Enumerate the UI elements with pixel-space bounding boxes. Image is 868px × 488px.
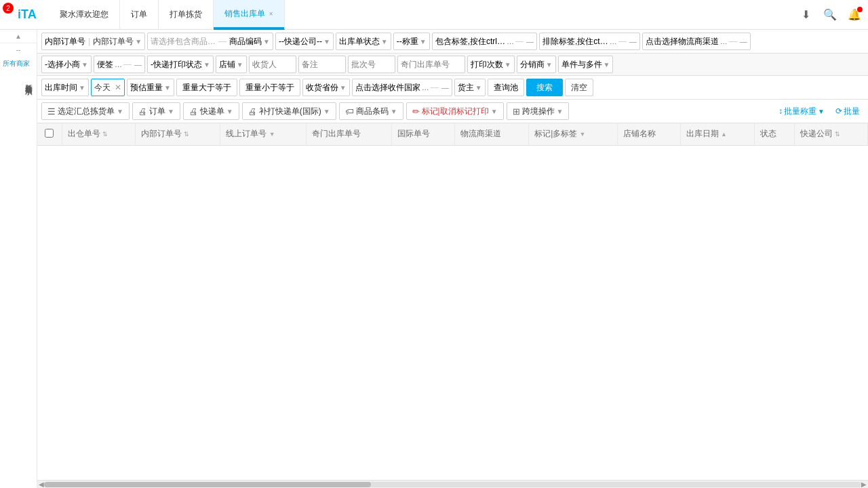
filter-logistics-close-icon[interactable]: — [740, 37, 747, 45]
print-express-icon: 🖨 [189, 106, 198, 117]
print-express-btn[interactable]: 🖨 快递单 ▼ [183, 102, 239, 120]
product-barcode-btn[interactable]: 🏷 商品条码 ▼ [339, 102, 403, 120]
filter-label[interactable]: 便签 … — — [94, 56, 145, 73]
mark-print-btn[interactable]: ✏ 标记|取消标记打印 ▼ [406, 102, 504, 120]
scrollbar-track[interactable] [44, 482, 861, 487]
shop-select-arrow-icon: ▼ [81, 61, 88, 68]
sidebar-dots[interactable]: -- [0, 43, 37, 56]
filter-print-count[interactable]: 打印次数 ▼ [467, 56, 515, 73]
filter-product-code[interactable]: 请选择包含商品… — 商品编码 ▼ [147, 33, 273, 50]
receiver-input[interactable] [252, 60, 293, 69]
sidebar-collapse-btn[interactable]: ▲ [0, 30, 37, 43]
sort-outbound-no-icon[interactable]: ⇅ [102, 131, 108, 138]
table-container: 出仓单号 ⇅ 内部订单号 ⇅ 线上订单号 ▼ 奇门出库单号 国际单号 物流商渠道… [37, 123, 868, 480]
top-bar: 2 iTA 聚水潭欢迎您 订单 打单拣货 销售出库单 × ⬇ 🔍 🔔 [0, 0, 868, 30]
table-header-row: 出仓单号 ⇅ 内部订单号 ⇅ 线上订单号 ▼ 奇门出库单号 国际单号 物流商渠道… [37, 123, 868, 145]
sort-tags-icon[interactable]: ▼ [580, 131, 586, 138]
filter-exclude-tags-close-icon[interactable]: — [629, 37, 637, 45]
print-express-intl-arrow-icon: ▼ [323, 108, 330, 115]
search-btn[interactable]: 搜索 [526, 79, 563, 96]
scroll-right-icon[interactable]: ▶ [861, 481, 867, 488]
cross-border-btn[interactable]: ⊞ 跨境操作 ▼ [507, 102, 570, 120]
cross-border-icon: ⊞ [513, 106, 520, 117]
print-order-btn[interactable]: 🖨 订单 ▼ [132, 102, 180, 120]
remark-input[interactable] [302, 60, 342, 69]
aggregate-pick-arrow-icon: ▼ [117, 108, 123, 115]
filter-remark[interactable] [298, 56, 346, 73]
filter-outbound-time[interactable]: 出库时间 ▼ [41, 79, 89, 96]
filter-weight[interactable]: --称重 ▼ [393, 33, 430, 50]
filter-include-tags[interactable]: 包含标签,按住ctrl… … — — [432, 33, 537, 50]
col-internal-order: 内部订单号 ⇅ [135, 123, 220, 145]
filter-batch-no[interactable] [348, 56, 395, 73]
sidebar-item-shop[interactable]: 新胜途售前演示 [0, 73, 37, 88]
tab-print-pick[interactable]: 打单拣货 [159, 0, 214, 30]
filter-weight-gte-btn[interactable]: 重量大于等于 [176, 79, 237, 96]
filter-owner[interactable]: 货主 ▼ [454, 79, 486, 96]
filter-exclude-tags[interactable]: 排除标签,按住ct… … — — [539, 33, 640, 50]
filter-express-company[interactable]: --快递公司-- ▼ [275, 33, 334, 50]
cross-border-arrow-icon: ▼ [557, 108, 564, 115]
receiver-country-close-icon[interactable]: — [441, 83, 449, 92]
tab-sales-outbound[interactable]: 销售出库单 × [214, 0, 285, 30]
tab-order[interactable]: 订单 [120, 0, 159, 30]
sort-online-order-icon[interactable]: ▼ [269, 131, 275, 138]
tab-welcome[interactable]: 聚水潭欢迎您 [49, 0, 120, 30]
filter-status-arrow-icon: ▼ [381, 38, 388, 45]
qimen-no-input[interactable] [401, 60, 462, 69]
bell-icon[interactable]: 🔔 [846, 7, 863, 23]
select-aggregate-pick-btn[interactable]: ☰ 选定汇总拣货单 ▼ [41, 102, 130, 120]
col-tags: 标记|多标签 ▼ [529, 123, 618, 145]
filter-receiver[interactable] [249, 56, 296, 73]
print-express-intl-icon: 🖨 [248, 106, 257, 117]
label-close-icon[interactable]: — [134, 60, 142, 68]
batch-btn[interactable]: ⟳ 批量 [831, 102, 864, 120]
scrollbar-thumb[interactable] [44, 482, 371, 487]
print-express-intl-btn[interactable]: 🖨 补打快递单(国际) ▼ [242, 102, 336, 120]
filter-distributor[interactable]: 分销商 ▼ [517, 56, 556, 73]
tab-close-icon[interactable]: × [269, 10, 273, 18]
sort-express-company-icon[interactable]: ⇅ [835, 131, 840, 138]
filter-estimated-weight[interactable]: 预估重量 ▼ [127, 79, 174, 96]
clear-btn[interactable]: 清空 [565, 79, 593, 96]
receiver-province-arrow-icon: ▼ [340, 84, 347, 92]
filter-bar-row2: -选择小商 ▼ 便签 … — — -快递打印状态 ▼ 店铺 ▼ [37, 54, 868, 76]
download-icon[interactable]: ⬇ [797, 7, 814, 23]
filter-receiver-province[interactable]: 收货省份 ▼ [302, 79, 350, 96]
content-area: 内部订单号 | 内部订单号 ▼ 请选择包含商品… — 商品编码 ▼ --快递公司… [37, 30, 868, 488]
filter-print-status[interactable]: -快递打印状态 ▼ [147, 56, 214, 73]
sort-internal-order-icon[interactable]: ⇅ [184, 131, 189, 138]
filter-qimen-no[interactable] [397, 56, 465, 73]
col-shop-name: 店铺名称 [618, 123, 680, 145]
today-clear-icon[interactable]: ✕ [115, 83, 121, 92]
filter-outbound-status[interactable]: 出库单状态 ▼ [336, 33, 391, 50]
filter-shop-select[interactable]: -选择小商 ▼ [41, 56, 92, 73]
filter-weight-lte-btn[interactable]: 重量小于等于 [239, 79, 300, 96]
filter-bar-row3: 出库时间 ▼ 今天 ✕ 预估重量 ▼ 重量大于等于 重量小于等于 收货省份 ▼ [37, 76, 868, 100]
print-count-arrow-icon: ▼ [505, 61, 511, 68]
search-icon[interactable]: 🔍 [822, 7, 838, 23]
select-all-checkbox[interactable] [45, 129, 54, 138]
batch-no-input[interactable] [351, 60, 392, 69]
filter-receiver-country[interactable]: 点击选择收件国家 … — — [352, 79, 452, 96]
top-bar-actions: ⬇ 🔍 🔔 [797, 7, 863, 23]
estimated-weight-arrow-icon: ▼ [164, 84, 171, 92]
bottom-scrollbar[interactable]: ◀ ▶ [37, 480, 868, 488]
filter-internal-order-input[interactable]: 内部订单号 | 内部订单号 ▼ [41, 33, 145, 50]
query-pool-btn[interactable]: 查询池 [488, 79, 524, 96]
filter-shop[interactable]: 店铺 ▼ [216, 56, 247, 73]
single-multi-arrow-icon: ▼ [604, 61, 610, 68]
filter-single-multi[interactable]: 单件与多件 ▼ [558, 56, 614, 73]
batch-weigh-btn[interactable]: ↕ 批量称重 ▼ [774, 102, 829, 120]
col-outbound-date: 出库日期 ▲ [680, 123, 755, 145]
col-online-order: 线上订单号 ▼ [220, 123, 307, 145]
logo-area: 2 iTA [5, 7, 37, 22]
scroll-left-icon[interactable]: ◀ [39, 481, 44, 488]
filter-include-tags-close-icon[interactable]: — [526, 37, 534, 45]
outbound-time-arrow-icon: ▼ [79, 84, 85, 92]
filter-today-value[interactable]: 今天 ✕ [91, 79, 125, 96]
sidebar-section-all-shops[interactable]: 所有商家 [0, 56, 37, 70]
sidebar-sub-items: 新胜途售前演示 [0, 73, 37, 88]
sort-outbound-date-icon[interactable]: ▲ [721, 131, 727, 138]
filter-logistics-channel[interactable]: 点击选择物流商渠道 … — — [642, 33, 751, 50]
